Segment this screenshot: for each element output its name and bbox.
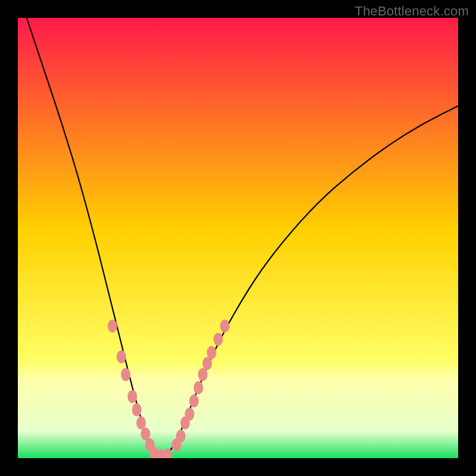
marker-dot bbox=[132, 403, 142, 416]
marker-dot bbox=[117, 350, 126, 364]
marker-dot bbox=[185, 408, 195, 421]
marker-dot bbox=[136, 416, 146, 430]
marker-dot bbox=[121, 368, 130, 381]
watermark-text: TheBottleneck.com bbox=[355, 4, 469, 19]
marker-dot bbox=[176, 430, 186, 443]
marker-dot bbox=[214, 333, 223, 346]
gradient-background bbox=[18, 18, 458, 458]
plot-area bbox=[18, 18, 458, 458]
bottleneck-chart bbox=[18, 18, 458, 458]
chart-container: TheBottleneck.com bbox=[0, 0, 476, 476]
marker-dot bbox=[193, 381, 203, 394]
marker-dot bbox=[108, 320, 117, 333]
marker-dot bbox=[141, 427, 151, 440]
marker-dot bbox=[207, 346, 217, 359]
marker-dot bbox=[202, 357, 212, 370]
marker-dot bbox=[220, 320, 230, 333]
marker-dot bbox=[198, 368, 208, 381]
marker-dot bbox=[127, 390, 137, 403]
marker-dot bbox=[189, 394, 199, 408]
